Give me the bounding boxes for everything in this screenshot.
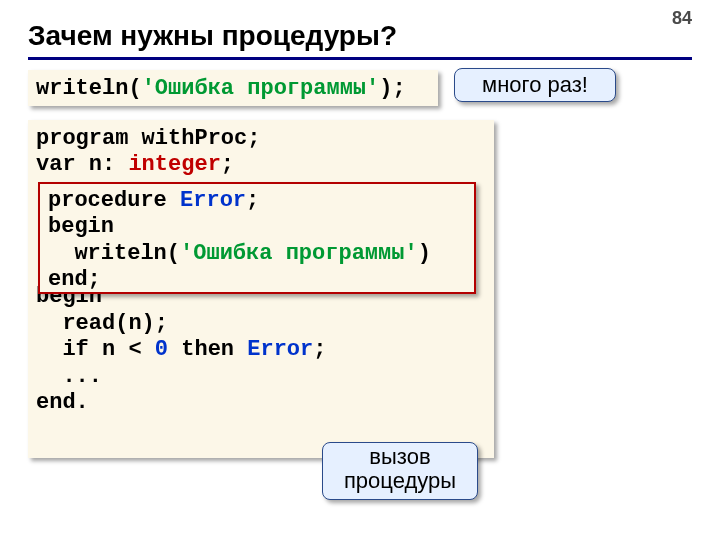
top-code-box: writeln('Ошибка программы'); [28, 70, 438, 106]
code-text: writeln('Ошибка программы'); [36, 76, 406, 101]
slide: 84 Зачем нужны процедуры? writeln('Ошибк… [0, 0, 720, 540]
callout-proc-call: вызовпроцедуры [322, 442, 478, 500]
procedure-box: procedure Error; begin writeln('Ошибка п… [38, 182, 476, 294]
callout-many-times: много раз! [454, 68, 616, 102]
code-text: procedure Error; begin writeln('Ошибка п… [48, 188, 431, 292]
slide-title: Зачем нужны процедуры? [28, 20, 397, 52]
title-underline [28, 57, 692, 60]
page-number: 84 [672, 8, 692, 29]
